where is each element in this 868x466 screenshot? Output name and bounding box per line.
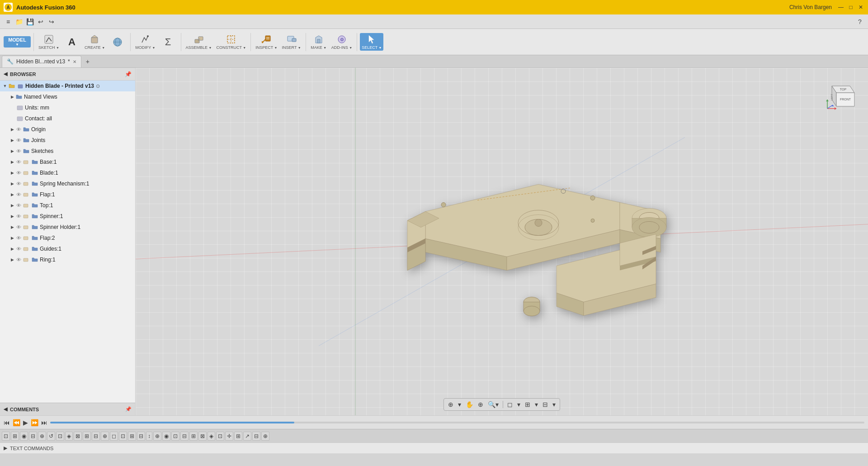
named-views-expand[interactable]: ▶ — [9, 94, 15, 100]
bottom-icon-11[interactable]: ⊟ — [92, 432, 100, 441]
tree-named-views[interactable]: ▶ Named Views — [0, 91, 135, 102]
tree-units[interactable]: Units: mm — [0, 102, 135, 113]
close-button[interactable]: ✕ — [857, 4, 864, 11]
sketch-group[interactable]: SKETCH ▼ — [37, 33, 61, 51]
bottom-icon-10[interactable]: ⊞ — [83, 432, 91, 441]
active-tab[interactable]: 🔧 Hidden Bl...nted v13 * ✕ — [2, 56, 81, 67]
sketches-eye-icon[interactable]: 👁 — [15, 148, 22, 154]
bottom-icon-4[interactable]: ⊟ — [29, 432, 37, 441]
view-zoom-dropdown[interactable]: 🔍▾ — [486, 400, 500, 409]
snap-dropdown[interactable]: ▾ — [551, 400, 557, 409]
joints-eye-icon[interactable]: 👁 — [15, 137, 22, 143]
tree-root[interactable]: ▼ Hidden Blade - Printed v13 ⊙ — [0, 81, 135, 91]
redo-button[interactable]: ↪ — [47, 17, 56, 26]
modify-group[interactable]: MODIFY ▼ — [133, 33, 157, 51]
spinner1-eye-icon[interactable]: 👁 — [15, 213, 22, 219]
bottom-icon-6[interactable]: ↺ — [47, 432, 55, 441]
blade1-expand[interactable]: ▶ — [9, 170, 15, 176]
inspect-group[interactable]: INSPECT ▼ — [254, 33, 279, 51]
app-menu-button[interactable]: ≡ — [4, 17, 13, 26]
model-menu[interactable]: MODEL ▼ — [4, 36, 31, 48]
bottom-icon-13[interactable]: ◻ — [110, 432, 118, 441]
tree-joints[interactable]: ▶ 👁 Joints — [0, 135, 135, 146]
grid-button[interactable]: ⊞ — [524, 400, 532, 409]
bottom-icon-24[interactable]: ◈ — [208, 432, 215, 441]
help-button[interactable]: ? — [855, 17, 864, 26]
bottom-icon-2[interactable]: ⊞ — [11, 432, 19, 441]
root-expand[interactable]: ▼ — [2, 83, 8, 89]
spinner1-expand[interactable]: ▶ — [9, 213, 15, 219]
ring1-expand[interactable]: ▶ — [9, 257, 15, 263]
bottom-icon-29[interactable]: ⊟ — [252, 432, 260, 441]
insert-group[interactable]: INSERT ▼ — [280, 33, 303, 51]
bottom-icon-1[interactable]: ⊡ — [2, 432, 10, 441]
bottom-icon-19[interactable]: ◉ — [162, 432, 170, 441]
tree-top1[interactable]: ▶ 👁 Top:1 — [0, 200, 135, 211]
tree-spinner1[interactable]: ▶ 👁 Spinner:1 — [0, 211, 135, 222]
flap2-expand[interactable]: ▶ — [9, 235, 15, 241]
file-button[interactable]: 📁 — [14, 17, 24, 26]
anim-next-button[interactable]: ⏩ — [31, 419, 38, 426]
save-button[interactable]: 💾 — [25, 17, 34, 26]
anim-play-button[interactable]: ▶ — [23, 419, 28, 426]
sigma-group[interactable]: Σ — [158, 35, 178, 49]
top1-eye-icon[interactable]: 👁 — [15, 202, 22, 209]
tree-ring1[interactable]: ▶ 👁 Ring:1 — [0, 254, 135, 265]
blade1-eye-icon[interactable]: 👁 — [15, 170, 22, 176]
bottom-icon-25[interactable]: ⊡ — [216, 432, 224, 441]
spring-mech-expand[interactable]: ▶ — [9, 181, 15, 187]
view-pan-button[interactable]: ✋ — [464, 400, 475, 409]
tab-close-button[interactable]: ✕ — [73, 59, 76, 64]
bottom-icon-15[interactable]: ⊞ — [128, 432, 136, 441]
base1-eye-icon[interactable]: 👁 — [15, 159, 22, 165]
bottom-icon-27[interactable]: ⊞ — [234, 432, 242, 441]
tree-sketches[interactable]: ▶ 👁 Sketches — [0, 146, 135, 157]
expand-text-commands[interactable]: ▶ — [4, 445, 7, 451]
flap1-eye-icon[interactable]: 👁 — [15, 191, 22, 198]
bottom-icon-7[interactable]: ⊡ — [56, 432, 64, 441]
tree-guides1[interactable]: ▶ 👁 Guides:1 — [0, 243, 135, 254]
bottom-icon-17[interactable]: ↕ — [146, 432, 152, 441]
bottom-icon-3[interactable]: ◉ — [20, 432, 28, 441]
anim-prev-button[interactable]: ⏪ — [13, 419, 20, 426]
browser-pin-button[interactable]: 📌 — [125, 71, 132, 77]
select-group[interactable]: SELECT ▼ — [360, 33, 383, 51]
view-dropdown-button[interactable]: ▾ — [457, 400, 462, 409]
flap1-expand[interactable]: ▶ — [9, 191, 15, 198]
collapse-comments-icon[interactable]: ◀ — [4, 406, 7, 412]
create-group[interactable]: CREATE ▼ — [83, 33, 107, 51]
bottom-icon-23[interactable]: ⊠ — [198, 432, 207, 441]
joints-expand[interactable]: ▶ — [9, 137, 15, 143]
view-cube[interactable]: TOP FRONT LEFT — [823, 77, 859, 113]
make-group[interactable]: MAKE ▼ — [309, 33, 329, 51]
guides1-expand[interactable]: ▶ — [9, 246, 15, 252]
bottom-icon-26[interactable]: ✛ — [225, 432, 233, 441]
tree-origin[interactable]: ▶ 👁 Origin — [0, 124, 135, 135]
view-zoom-button[interactable]: ⊕ — [476, 400, 485, 409]
construct-group[interactable]: CONSTRUCT ▼ — [214, 33, 248, 51]
origin-eye-icon[interactable]: 👁 — [15, 126, 22, 133]
anim-go-start-button[interactable]: ⏮ — [4, 419, 10, 426]
display-mode-button[interactable]: ◻ — [506, 400, 514, 409]
bottom-icon-18[interactable]: ⊕ — [153, 432, 161, 441]
display-dropdown[interactable]: ▾ — [516, 400, 522, 409]
animation-track[interactable] — [50, 422, 864, 423]
guides1-eye-icon[interactable]: 👁 — [15, 246, 22, 252]
add-ins-group[interactable]: ⚙ ADD-INS ▼ — [330, 33, 354, 51]
tree-blade1[interactable]: ▶ 👁 Blade:1 — [0, 167, 135, 178]
bottom-icon-12[interactable]: ⊕ — [101, 432, 109, 441]
tree-spinner-holder1[interactable]: ▶ 👁 Spinner Holder:1 — [0, 222, 135, 233]
bottom-icon-28[interactable]: ↗ — [243, 432, 251, 441]
grid-dropdown[interactable]: ▾ — [533, 400, 539, 409]
collapse-icon[interactable]: ◀ — [4, 71, 7, 77]
bottom-icon-5[interactable]: ⊕ — [38, 432, 46, 441]
bottom-icon-8[interactable]: ◈ — [65, 432, 73, 441]
new-tab-button[interactable]: + — [83, 57, 92, 66]
view-orbit-button[interactable]: ⊕ — [447, 400, 455, 409]
tree-contact[interactable]: Contact: all — [0, 113, 135, 124]
spinner-holder1-expand[interactable]: ▶ — [9, 224, 15, 230]
bottom-icon-20[interactable]: ⊡ — [171, 432, 179, 441]
undo-button[interactable]: ↩ — [36, 17, 45, 26]
maximize-button[interactable]: □ — [847, 4, 854, 11]
assemble-group[interactable]: ASSEMBLE ▼ — [184, 33, 214, 51]
